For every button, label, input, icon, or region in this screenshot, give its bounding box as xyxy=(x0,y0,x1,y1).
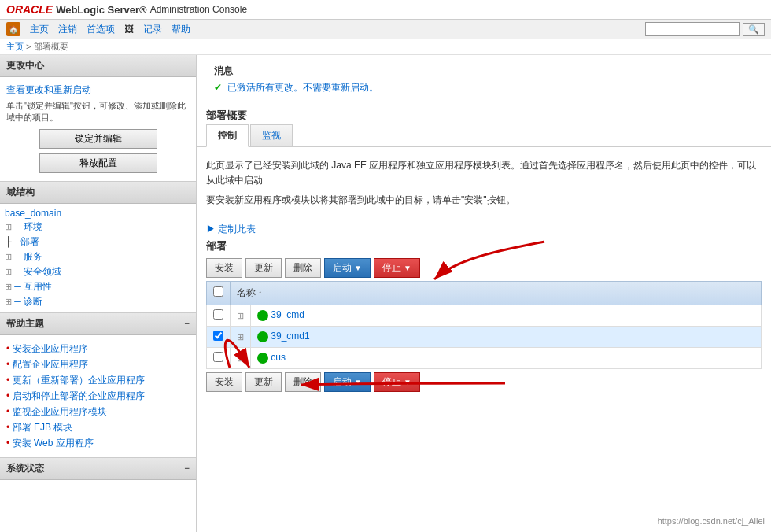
search-button[interactable]: 🔍 xyxy=(743,23,765,36)
expand-icon-1[interactable]: ⊞ xyxy=(237,311,244,320)
td-name-1: 39_cmd xyxy=(251,305,762,326)
nav-record[interactable]: 记录 xyxy=(143,23,162,36)
help-link-6[interactable]: 部署 EJB 模块 xyxy=(13,422,73,433)
release-config-button[interactable]: 释放配置 xyxy=(39,153,157,173)
console-text: Administration Console xyxy=(150,4,247,15)
domain-structure-title: 域结构 xyxy=(6,186,35,199)
update-button[interactable]: 更新 xyxy=(245,258,282,278)
tree-env: ⊞ ─ 环境 xyxy=(5,220,191,235)
tree-env-toggle[interactable]: ⊞ xyxy=(5,222,12,231)
install-button[interactable]: 安装 xyxy=(206,258,242,278)
delete-button-bottom[interactable]: 删除 xyxy=(285,372,321,392)
tab-control[interactable]: 控制 xyxy=(206,124,249,147)
help-item-4: 启动和停止部署的企业应用程序 xyxy=(6,390,190,403)
help-topics-section: 帮助主题 − 安装企业应用程序 配置企业应用程序 更新（重新部署）企业应用程序 … xyxy=(0,313,196,458)
tree-deploy-link[interactable]: 部署 xyxy=(20,236,39,247)
system-status-content xyxy=(0,480,196,490)
th-check xyxy=(207,281,231,305)
change-center-title: 更改中心 xyxy=(6,59,44,72)
oracle-logo: ORACLE xyxy=(6,3,53,16)
tree-security-link[interactable]: ─ 安全领域 xyxy=(14,266,61,277)
help-link-3[interactable]: 更新（重新部署）企业应用程序 xyxy=(13,375,145,386)
change-center-header: 更改中心 xyxy=(0,55,196,77)
select-all-checkbox[interactable] xyxy=(213,286,223,297)
tree-env-link[interactable]: ─ 环境 xyxy=(14,221,42,232)
help-list: 安装企业应用程序 配置企业应用程序 更新（重新部署）企业应用程序 启动和停止部署… xyxy=(0,335,196,457)
row2-checkbox[interactable] xyxy=(213,331,223,341)
help-link-1[interactable]: 安装企业应用程序 xyxy=(13,343,88,354)
breadcrumb-home[interactable]: 主页 xyxy=(6,42,24,51)
system-status-title: 系统状态 xyxy=(6,462,44,475)
domain-link[interactable]: base_domain xyxy=(5,208,61,219)
system-status-collapse[interactable]: − xyxy=(185,464,190,473)
app-link-3[interactable]: cus xyxy=(271,352,286,363)
td-check-2 xyxy=(207,326,231,347)
tree-diag-toggle[interactable]: ⊞ xyxy=(5,297,12,306)
system-status-section: 系统状态 − xyxy=(0,458,196,490)
help-item-6: 部署 EJB 模块 xyxy=(6,421,190,434)
update-button-bottom[interactable]: 更新 xyxy=(245,372,282,392)
table-row: ⊞ cus xyxy=(207,347,762,368)
search-box: 🔍 xyxy=(645,22,765,36)
app-link-1[interactable]: 39_cmd xyxy=(271,309,304,320)
tree-service: ⊞ ─ 服务 xyxy=(5,249,191,264)
help-link-7[interactable]: 安装 Web 应用程序 xyxy=(13,438,94,449)
stop-button-bottom[interactable]: 停止 ▼ xyxy=(374,372,420,392)
tree-diag: ⊞ ─ 诊断 xyxy=(5,294,191,309)
deploy-title: 部署 xyxy=(206,239,762,253)
tree-security-toggle[interactable]: ⊞ xyxy=(5,267,12,276)
tree-interop-link[interactable]: ─ 互用性 xyxy=(14,281,52,292)
change-center-section: 更改中心 查看更改和重新启动 单击"锁定并编辑"按钮，可修改、添加或删除此域中的… xyxy=(0,55,196,182)
start-button-bottom[interactable]: 启动 ▼ xyxy=(324,372,371,392)
tree-deploy: ├─ 部署 xyxy=(5,235,191,249)
customize-link: ▶ 定制此表 xyxy=(197,220,771,239)
nav-cancel[interactable]: 注销 xyxy=(58,23,77,36)
description-text: 此页显示了已经安装到此域的 Java EE 应用程序和独立应用程序模块列表。通过… xyxy=(197,147,771,220)
tree-deploy-dash: ├─ xyxy=(5,236,20,247)
start-button[interactable]: 启动 ▼ xyxy=(324,258,371,278)
app-link-2[interactable]: 39_cmd1 xyxy=(271,331,309,342)
domain-structure-section: 域结构 base_domain ⊞ ─ 环境 ├─ 部署 ⊞ ─ 服务 xyxy=(0,182,196,313)
delete-button[interactable]: 删除 xyxy=(285,258,321,278)
breadcrumb-current: 部署概要 xyxy=(34,42,68,51)
help-link-4[interactable]: 启动和停止部署的企业应用程序 xyxy=(13,390,145,401)
tree-service-link[interactable]: ─ 服务 xyxy=(14,251,42,262)
help-link-5[interactable]: 监视企业应用程序模块 xyxy=(13,406,107,417)
tree-diag-link[interactable]: ─ 诊断 xyxy=(14,296,42,307)
start-dropdown-arrow-bottom: ▼ xyxy=(354,378,362,386)
help-item-3: 更新（重新部署）企业应用程序 xyxy=(6,374,190,387)
help-topics-title: 帮助主题 xyxy=(6,317,44,331)
stop-button[interactable]: 停止 ▼ xyxy=(374,258,420,278)
tree-security: ⊞ ─ 安全领域 xyxy=(5,264,191,279)
tab-monitor[interactable]: 监视 xyxy=(250,124,293,146)
tree-service-toggle[interactable]: ⊞ xyxy=(5,252,12,261)
nav-preferences[interactable]: 首选项 xyxy=(87,23,115,36)
stop-dropdown-arrow: ▼ xyxy=(404,264,411,272)
deploy-table: 名称 ↑ ⊞ xyxy=(206,281,762,369)
row3-checkbox[interactable] xyxy=(213,352,223,362)
td-name-3: cus xyxy=(251,347,762,368)
desc-p2: 要安装新应用程序或模块以将其部署到此域中的目标，请单击"安装"按钮。 xyxy=(206,193,762,208)
tree-interop-toggle[interactable]: ⊞ xyxy=(5,282,12,291)
nav-help[interactable]: 帮助 xyxy=(172,23,190,36)
status-icon-2 xyxy=(257,331,268,342)
install-button-bottom[interactable]: 安装 xyxy=(206,372,242,392)
view-changes-link[interactable]: 查看更改和重新启动 xyxy=(6,83,190,97)
customize-table-link[interactable]: ▶ 定制此表 xyxy=(206,224,256,235)
help-item-1: 安装企业应用程序 xyxy=(6,342,190,356)
help-link-2[interactable]: 配置企业应用程序 xyxy=(13,359,88,370)
help-collapse-btn[interactable]: − xyxy=(185,319,190,328)
row1-checkbox[interactable] xyxy=(213,309,223,320)
search-input[interactable] xyxy=(645,22,740,36)
change-center-content: 查看更改和重新启动 单击"锁定并编辑"按钮，可修改、添加或删除此域中的项目。 锁… xyxy=(0,77,196,181)
message-success: ✔ 已激活所有更改。不需要重新启动。 xyxy=(214,81,754,94)
help-topics-header: 帮助主题 − xyxy=(0,313,196,335)
lock-edit-button[interactable]: 锁定并编辑 xyxy=(39,129,157,149)
change-center-desc: 单击"锁定并编辑"按钮，可修改、添加或删除此域中的项目。 xyxy=(6,100,190,124)
expand-icon-3[interactable]: ⊞ xyxy=(237,353,244,363)
main-content: 消息 ✔ 已激活所有更改。不需要重新启动。 部署概要 控制 监视 此页显示了已经… xyxy=(197,55,771,532)
nav-bar: 🏠 主页 注销 首选项 🖼 记录 帮助 🔍 xyxy=(0,20,771,39)
expand-icon-2[interactable]: ⊞ xyxy=(237,332,244,342)
nav-home[interactable]: 主页 xyxy=(30,23,49,36)
table-wrapper: 名称 ↑ ⊞ xyxy=(206,281,762,369)
